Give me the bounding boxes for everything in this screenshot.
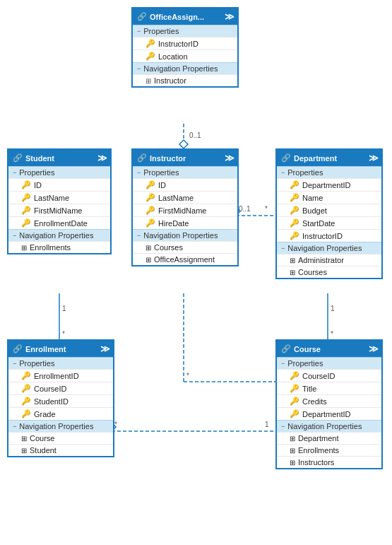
entity-header-department: 🔗 Department ≫ [277, 150, 381, 166]
property-department-name: 🔑 Name [277, 191, 381, 204]
navproperties-label-department: Navigation Properties [287, 244, 362, 252]
propname-dept-id: DepartmentID [302, 181, 350, 189]
entity-course: 🔗 Course ≫ − Properties 🔑 CourseID 🔑 Tit… [275, 339, 383, 469]
properties-header-department[interactable]: − Properties [277, 166, 381, 178]
property-course-title: 🔑 Title [277, 382, 381, 394]
propname-dept-sd: StartDate [302, 219, 335, 228]
nav-icon-instructor-oa: ⊞ [145, 256, 151, 264]
property-department-id: 🔑 DepartmentID [277, 178, 381, 191]
expand-icon-enrollment[interactable]: ≫ [100, 344, 109, 354]
entity-title-student: Student [25, 154, 54, 163]
entity-title-enrollment: Enrollment [25, 345, 66, 353]
properties-header-enrollment[interactable]: − Properties [8, 357, 113, 369]
navpropname-enroll-course: Course [30, 434, 54, 443]
key-icon-course-credits: 🔑 [290, 397, 299, 406]
navproperties-header-enrollment[interactable]: − Navigation Properties [8, 420, 113, 432]
navproperty-course-department: ⊞ Department [277, 432, 381, 444]
nav-icon-dept-admin: ⊞ [290, 257, 295, 264]
property-course-id: 🔑 CourseID [277, 369, 381, 382]
key-icon-instructor-hd: 🔑 [145, 218, 155, 228]
properties-header-instructor[interactable]: − Properties [133, 166, 237, 178]
navproperties-header-instructor[interactable]: − Navigation Properties [133, 229, 237, 241]
navpropname-course-dept: Department [298, 434, 338, 443]
navproperties-label-enrollment: Navigation Properties [19, 422, 93, 430]
key-icon-student-ln: 🔑 [21, 193, 31, 202]
properties-label-enrollment: Properties [19, 359, 54, 368]
svg-marker-3 [179, 140, 188, 148]
navpropname-enroll-student: Student [30, 446, 57, 455]
svg-text:*: * [62, 330, 65, 338]
entity-enrollment: 🔗 Enrollment ≫ − Properties 🔑 Enrollment… [7, 339, 114, 457]
entity-title-department: Department [294, 154, 337, 163]
properties-header-officeassignment[interactable]: − Properties [133, 25, 237, 37]
propname-enroll-sid: StudentID [34, 397, 69, 406]
propname-student-ed: EnrollmentDate [34, 219, 88, 228]
nav-icon-student-enrollments: ⊞ [21, 244, 27, 252]
propname-dept-instid: InstructorID [302, 232, 343, 240]
navpropname-course-enrollments: Enrollments [298, 446, 339, 455]
expand-icon-student[interactable]: ≫ [97, 153, 106, 163]
propname-course-id: CourseID [302, 372, 335, 380]
navproperty-department-administrator: ⊞ Administrator [277, 254, 381, 266]
entity-title-instructor: Instructor [150, 154, 186, 163]
propname-instructor-hd: HireDate [158, 219, 189, 228]
property-enrollment-id: 🔑 EnrollmentID [8, 369, 113, 382]
property-instructor-firstmidname: 🔑 FirstMidName [133, 204, 237, 216]
key-icon-dept-instid: 🔑 [290, 231, 299, 240]
svg-text:0..1: 0..1 [189, 131, 201, 139]
svg-text:*: * [114, 421, 117, 428]
properties-header-course[interactable]: − Properties [277, 357, 381, 369]
navproperties-header-student[interactable]: − Navigation Properties [8, 229, 110, 241]
expand-icon-course[interactable]: ≫ [369, 344, 377, 354]
nav-icon-enroll-student: ⊞ [21, 447, 27, 455]
expand-icon-department[interactable]: ≫ [369, 153, 377, 163]
expand-icon-instructor[interactable]: ≫ [225, 153, 233, 163]
navproperty-enrollment-student: ⊞ Student [8, 444, 113, 456]
key-icon-student-id: 🔑 [21, 180, 31, 189]
property-student-firstmidname: 🔑 FirstMidName [8, 204, 110, 216]
entity-instructor: 🔗 Instructor ≫ − Properties 🔑 ID 🔑 LastN… [131, 148, 239, 266]
key-icon-student-ed: 🔑 [21, 218, 31, 228]
navpropname-student-enrollments: Enrollments [30, 243, 71, 252]
entity-icon-officeassignment: 🔗 [137, 12, 147, 21]
navpropname-course-instructors: Instructors [298, 458, 334, 467]
property-instructor-id: 🔑 ID [133, 178, 237, 191]
svg-text:*: * [186, 372, 189, 380]
properties-header-student[interactable]: − Properties [8, 166, 110, 178]
key-icon-course-deptid: 🔑 [290, 409, 299, 418]
key-icon-location: 🔑 [145, 52, 155, 61]
property-department-startdate: 🔑 StartDate [277, 216, 381, 229]
expand-properties-officeassignment: − [137, 28, 141, 35]
properties-label-department: Properties [287, 168, 323, 177]
propname-enroll-grade: Grade [34, 410, 56, 418]
nav-icon-course-dept: ⊞ [290, 435, 295, 443]
navproperties-header-course[interactable]: − Navigation Properties [277, 420, 381, 432]
entity-officeassignment: 🔗 OfficeAssign... ≫ − Properties 🔑 Instr… [131, 7, 239, 88]
properties-label-instructor: Properties [143, 168, 179, 177]
key-icon-dept-id: 🔑 [290, 180, 299, 189]
expand-icon-officeassignment[interactable]: ≫ [225, 11, 233, 22]
nav-icon-instructor-oa: ⊞ [145, 77, 151, 85]
property-enrollment-grade: 🔑 Grade [8, 407, 113, 420]
entity-department: 🔗 Department ≫ − Properties 🔑 Department… [275, 148, 383, 279]
svg-text:1: 1 [331, 305, 335, 312]
entity-icon-enrollment: 🔗 [13, 344, 23, 353]
navproperty-department-courses: ⊞ Courses [277, 266, 381, 278]
navpropname-instructor-courses: Courses [154, 243, 183, 252]
key-icon-enroll-cid: 🔑 [21, 384, 31, 393]
navproperty-student-enrollments: ⊞ Enrollments [8, 241, 110, 253]
property-instructor-lastname: 🔑 LastName [133, 191, 237, 204]
property-instructorid: 🔑 InstructorID [133, 37, 237, 49]
navproperty-name-instructor-oa: Instructor [154, 76, 186, 85]
svg-text:*: * [265, 205, 268, 213]
entity-header-course: 🔗 Course ≫ [277, 341, 381, 357]
navproperties-header-department[interactable]: − Navigation Properties [277, 242, 381, 254]
key-icon-enroll-sid: 🔑 [21, 397, 31, 406]
navproperties-header-officeassignment[interactable]: − Navigation Properties [133, 62, 237, 74]
propname-student-fmn: FirstMidName [34, 206, 82, 215]
entity-title-officeassignment: OfficeAssign... [150, 13, 204, 21]
entity-header-student: 🔗 Student ≫ [8, 150, 110, 166]
entity-icon-instructor: 🔗 [137, 153, 147, 163]
propname-student-id: ID [34, 181, 42, 189]
navproperty-course-instructors: ⊞ Instructors [277, 456, 381, 468]
